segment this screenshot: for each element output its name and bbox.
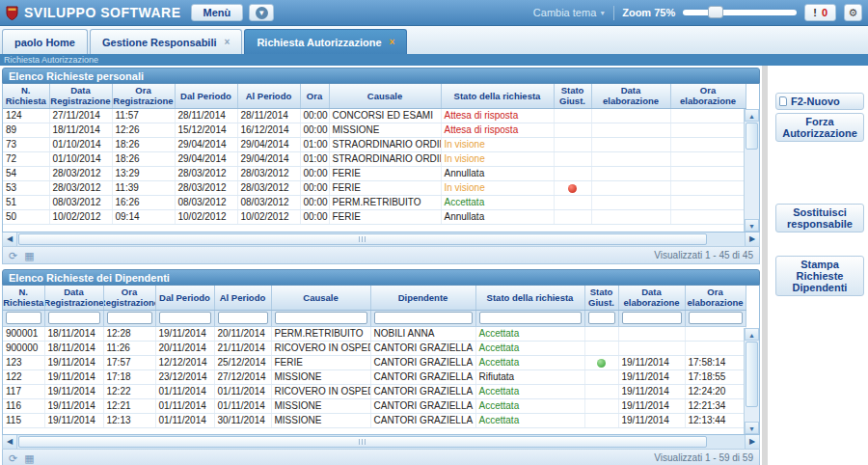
filter-input-giust[interactable] <box>588 312 615 324</box>
horizontal-scrollbar[interactable]: ◀ ▶ <box>2 435 760 450</box>
zoom-slider[interactable] <box>683 10 797 15</box>
table-row[interactable]: 12219/11/201417:1823/12/201427/12/2014MI… <box>3 369 746 384</box>
scroll-right-icon[interactable]: ▶ <box>745 232 759 246</box>
table-row[interactable]: 8918/11/201412:2615/12/201416/12/201400:… <box>3 123 746 137</box>
col-header-al[interactable]: Al Periodo <box>237 84 300 108</box>
col-header-n[interactable]: N. Richiesta <box>3 286 44 310</box>
col-header-n[interactable]: N. Richiesta <box>3 84 49 108</box>
table-row[interactable]: 11519/11/201412:1301/11/201430/11/2014MI… <box>3 413 746 427</box>
breadcrumb: Richiesta Autorizzazione <box>0 54 868 66</box>
col-header-dipendente[interactable]: Dipendente <box>370 286 475 310</box>
red-status-dot-icon <box>568 184 577 193</box>
col-header-stato[interactable]: Stato della richiesta <box>441 84 554 108</box>
table-row[interactable]: 7301/10/201418:2629/04/201429/04/201401:… <box>3 137 746 151</box>
col-header-causale[interactable]: Causale <box>271 286 370 310</box>
filter-input-data_reg[interactable] <box>48 312 100 324</box>
filter-input-dipendente[interactable] <box>374 312 473 324</box>
col-header-causale[interactable]: Causale <box>329 84 441 108</box>
cell-al: 28/03/2012 <box>237 180 300 195</box>
cell-data_el <box>618 326 685 341</box>
vertical-scrollbar[interactable]: ▲ ▼ <box>744 109 759 232</box>
close-icon[interactable]: × <box>390 37 395 47</box>
cell-stato: Accettata <box>475 384 584 398</box>
table-row[interactable]: 11719/11/201412:2201/11/201401/11/2014RI… <box>3 384 746 398</box>
panel-richieste-dipendenti: Elenco Richieste dei Dipendenti N. Richi… <box>2 269 760 465</box>
cell-giust <box>584 398 618 413</box>
table-row[interactable]: 90000118/11/201412:2819/11/201420/11/201… <box>3 326 746 341</box>
scroll-left-icon[interactable]: ◀ <box>3 435 17 449</box>
table-row[interactable]: 5428/03/201213:2928/03/201228/03/201200:… <box>3 166 746 180</box>
filter-input-ora_el[interactable] <box>689 312 743 324</box>
filter-input-stato[interactable] <box>479 312 582 324</box>
cell-dipendente: CANTORI GRAZIELLA <box>370 413 475 427</box>
filter-input-n[interactable] <box>6 312 41 324</box>
scroll-right-icon[interactable]: ▶ <box>745 435 759 449</box>
horizontal-scrollbar-thumb[interactable] <box>18 233 707 245</box>
menu-button[interactable]: Menù <box>191 4 244 21</box>
col-header-data_el[interactable]: Data elaborazione <box>591 84 670 108</box>
col-header-data_el[interactable]: Data elaborazione <box>618 286 685 310</box>
cell-stato: Accettata <box>475 398 584 413</box>
stampa-richieste-dipendenti-button[interactable]: Stampa Richieste Dipendenti <box>775 256 864 296</box>
forza-autorizzazione-button[interactable]: Forza Autorizzazione <box>775 113 864 142</box>
col-header-dal[interactable]: Dal Periodo <box>155 286 214 310</box>
col-header-al[interactable]: Al Periodo <box>214 286 271 310</box>
change-theme-link[interactable]: Cambia tema ▼ <box>533 7 606 18</box>
cell-dal: 08/03/2012 <box>175 195 237 209</box>
table-row[interactable]: 12427/11/201411:5728/11/201428/11/201400… <box>3 108 746 123</box>
cell-data_reg: 01/10/2014 <box>49 151 112 166</box>
filter-input-ora_reg[interactable] <box>107 312 152 324</box>
cell-stato: Accettata <box>441 195 554 209</box>
menu-dropdown-button[interactable]: ▼ <box>249 4 274 21</box>
col-header-data_reg[interactable]: Data Registrazione <box>44 286 103 310</box>
vertical-scrollbar[interactable]: ▲ ▼ <box>744 328 759 434</box>
col-header-ora_reg[interactable]: Ora Registrazione <box>112 84 175 108</box>
col-header-stato[interactable]: Stato della richiesta <box>475 286 584 310</box>
col-header-ora[interactable]: Ora <box>300 84 329 108</box>
table-row[interactable]: 12319/11/201417:5712/12/201425/12/2014FE… <box>3 355 746 369</box>
col-header-dal[interactable]: Dal Periodo <box>175 84 237 108</box>
scroll-up-icon[interactable]: ▲ <box>745 109 759 122</box>
horizontal-scrollbar[interactable]: ◀ ▶ <box>2 232 760 247</box>
scroll-up-icon[interactable]: ▲ <box>745 328 759 341</box>
close-icon[interactable]: × <box>225 37 231 47</box>
cell-stato: Accettata <box>475 341 584 355</box>
alerts-button[interactable]: ! 0 <box>804 4 836 21</box>
scroll-left-icon[interactable]: ◀ <box>3 232 17 246</box>
table-row[interactable]: 5108/03/201216:2608/03/201208/03/201200:… <box>3 195 746 209</box>
grid-settings-icon[interactable]: ▦ <box>24 451 34 465</box>
col-header-ora_reg[interactable]: Ora Registrazione <box>103 286 155 310</box>
col-header-giust[interactable]: Stato Giust. <box>554 84 591 108</box>
col-header-data_reg[interactable]: Data Registrazione <box>49 84 112 108</box>
grid-settings-icon[interactable]: ▦ <box>24 248 34 263</box>
table-row[interactable]: 5328/03/201211:3928/03/201228/03/201200:… <box>3 180 746 195</box>
filter-input-dal[interactable] <box>159 312 211 324</box>
vertical-scrollbar-thumb[interactable] <box>746 342 758 407</box>
table-row[interactable]: 11619/11/201412:2101/11/201401/11/2014MI… <box>3 398 746 413</box>
table-row[interactable]: 7201/10/201418:2629/04/201429/04/201401:… <box>3 151 746 166</box>
tab-richiesta-autorizzazione[interactable]: Richiesta Autorizzazione × <box>244 29 407 54</box>
cell-al: 01/11/2014 <box>214 398 271 413</box>
horizontal-scrollbar-thumb[interactable] <box>18 436 707 448</box>
filter-input-data_el[interactable] <box>622 312 682 324</box>
vertical-scrollbar-thumb[interactable] <box>746 123 758 150</box>
scroll-down-icon[interactable]: ▼ <box>745 219 759 232</box>
table-row[interactable]: 5010/02/201209:1410/02/201210/02/201200:… <box>3 209 746 224</box>
sostituisci-responsabile-button[interactable]: Sostituisci responsabile <box>775 204 864 232</box>
table-row[interactable]: 90000018/11/201411:2620/11/201421/11/201… <box>3 341 746 355</box>
filter-input-causale[interactable] <box>275 312 367 324</box>
col-header-giust[interactable]: Stato Giust. <box>584 286 618 310</box>
cell-causale: MISSIONE <box>271 398 370 413</box>
zoom-slider-thumb[interactable] <box>708 6 723 18</box>
f2-nuovo-button[interactable]: F2-Nuovo <box>775 93 864 110</box>
refresh-icon[interactable]: ⟳ <box>9 248 17 263</box>
tab-paolo-home[interactable]: paolo Home <box>2 29 88 54</box>
tab-gestione-responsabili[interactable]: Gestione Responsabili × <box>90 29 242 54</box>
scroll-down-icon[interactable]: ▼ <box>745 422 759 434</box>
cell-ora_el <box>670 151 746 166</box>
settings-button[interactable]: ⚙ <box>844 4 862 21</box>
col-header-ora_el[interactable]: Ora elaborazione <box>670 84 746 108</box>
filter-input-al[interactable] <box>218 312 268 324</box>
refresh-icon[interactable]: ⟳ <box>9 451 17 465</box>
col-header-ora_el[interactable]: Ora elaborazione <box>685 286 746 310</box>
